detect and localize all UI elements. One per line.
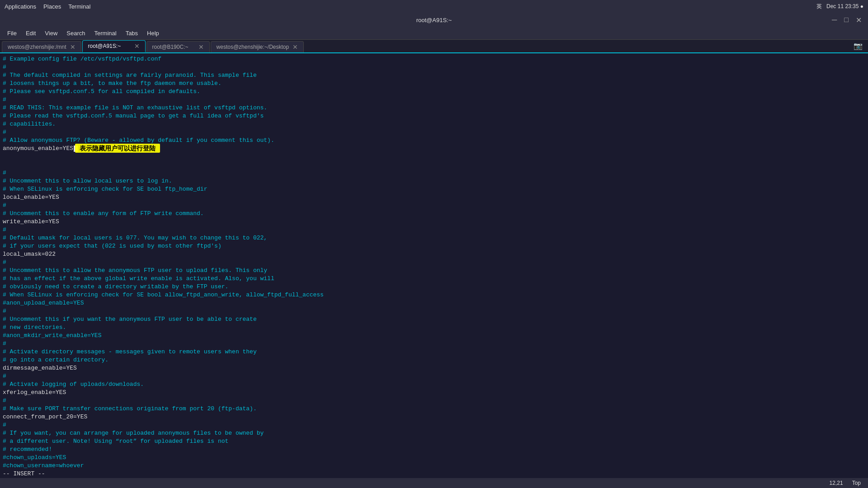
- terminal-content[interactable]: # Example config file /etc/vsftpd/vsftpd…: [0, 53, 868, 478]
- line-anon-upload: #anon_upload_enable=YES: [3, 299, 865, 307]
- terminal-window: root@A91S:~ ─ □ ✕ File Edit View Search …: [0, 13, 868, 488]
- line-25: #: [3, 307, 865, 315]
- line-2: #: [3, 63, 865, 71]
- title-bar: root@A91S:~ ─ □ ✕: [0, 13, 868, 27]
- tab-label-2: root@B190C:~: [152, 44, 189, 50]
- scroll-position: Top: [852, 480, 861, 486]
- annotation-tooltip: 表示隐藏用户可以进行登陆: [75, 144, 160, 153]
- line-15: #: [3, 202, 865, 210]
- tab-close-1[interactable]: ✕: [134, 42, 140, 50]
- line-29: # Activate directory messages - messages…: [3, 348, 865, 356]
- tab-label-0: westos@zhenshijie:/mnt: [8, 44, 66, 50]
- menu-search[interactable]: Search: [63, 29, 89, 38]
- line-33: #: [3, 397, 865, 405]
- system-bar-right: 英 Dec 11 23:35 ●: [816, 3, 863, 10]
- line-13: # Uncomment this to allow local users to…: [3, 177, 865, 185]
- line-10: #: [3, 128, 865, 136]
- cursor-position: 12,21: [830, 480, 843, 486]
- line-5: # Please see vsftpd.conf.5 for all compi…: [3, 88, 865, 96]
- line-23: # obviously need to create a directory w…: [3, 283, 865, 291]
- line-34: # Make sure PORT transfer connections or…: [3, 405, 865, 413]
- line-12: #: [3, 169, 865, 177]
- menu-view[interactable]: View: [41, 29, 61, 38]
- line-insert-mode: -- INSERT --: [3, 470, 865, 478]
- line-19: # if your users expect that (022 is used…: [3, 242, 865, 250]
- status-bar: 12,21 Top: [0, 478, 868, 488]
- line-anon-enable: anonymous_enable=YES 表示隐藏用户可以进行登陆: [3, 145, 865, 169]
- title-bar-controls: ─ □ ✕: [830, 16, 863, 24]
- system-bar: Applications Places Terminal 英 Dec 11 23…: [0, 0, 868, 13]
- menu-help[interactable]: Help: [143, 29, 163, 38]
- line-chown-uploads: #chown_uploads=YES: [3, 454, 865, 462]
- minimize-button[interactable]: ─: [830, 16, 839, 24]
- line-21: # Uncomment this to allow the anonymous …: [3, 267, 865, 275]
- places-menu[interactable]: Places: [43, 3, 61, 10]
- tab-label-3: westos@zhenshijie:~/Desktop: [217, 44, 289, 50]
- tab-close-2[interactable]: ✕: [198, 43, 204, 51]
- tab-bar: westos@zhenshijie:/mnt ✕ root@A91S:~ ✕ r…: [0, 40, 868, 53]
- line-connect-port: connect_from_port_20=YES: [3, 413, 865, 421]
- tab-westos-desktop[interactable]: westos@zhenshijie:~/Desktop ✕: [211, 41, 304, 52]
- line-8: # Please read the vsftpd.conf.5 manual p…: [3, 112, 865, 120]
- line-20: #: [3, 258, 865, 267]
- line-17: #: [3, 226, 865, 234]
- tab-westos-mnt[interactable]: westos@zhenshijie:/mnt ✕: [2, 41, 81, 52]
- line-anon-mkdir: #anon_mkdir_write_enable=YES: [3, 332, 865, 340]
- system-bar-left: Applications Places Terminal: [5, 3, 90, 10]
- line-27: # new directories.: [3, 324, 865, 332]
- line-14: # When SELinux is enforcing check for SE…: [3, 185, 865, 193]
- line-37: # a different user. Note! Using “root” f…: [3, 437, 865, 446]
- tab-close-3[interactable]: ✕: [292, 43, 298, 51]
- line-31: #: [3, 372, 865, 380]
- close-button[interactable]: ✕: [854, 16, 863, 24]
- line-30: # go into a certain directory.: [3, 356, 865, 364]
- line-7: # READ THIS: This example file is NOT an…: [3, 104, 865, 112]
- tab-label-1: root@A91S:~: [88, 43, 121, 49]
- menu-tabs[interactable]: Tabs: [122, 29, 142, 38]
- line-3: # The default compiled in settings are f…: [3, 71, 865, 80]
- applications-menu[interactable]: Applications: [5, 3, 36, 10]
- tab-close-0[interactable]: ✕: [70, 43, 75, 51]
- line-write-enable: write_enable=YES: [3, 218, 865, 226]
- line-26: # Uncomment this if you want the anonymo…: [3, 315, 865, 324]
- line-umask: local_umask=022: [3, 250, 865, 258]
- line-35: #: [3, 421, 865, 429]
- line-dirmessage: dirmessage_enable=YES: [3, 364, 865, 372]
- menu-file[interactable]: File: [4, 29, 20, 38]
- maximize-button[interactable]: □: [842, 16, 850, 24]
- tab-root-a91s[interactable]: root@A91S:~ ✕: [82, 40, 146, 52]
- line-38: # recommended!: [3, 446, 865, 454]
- line-4: # loosens things up a bit, to make the f…: [3, 80, 865, 88]
- window-title: root@A91S:~: [416, 17, 452, 23]
- line-36: # If you want, you can arrange for uploa…: [3, 429, 865, 437]
- camera-button[interactable]: 📷: [850, 40, 866, 52]
- line-24: # When SELinux is enforcing check for SE…: [3, 291, 865, 299]
- line-18: # Default umask for local users is 077. …: [3, 234, 865, 242]
- menu-bar: File Edit View Search Terminal Tabs Help: [0, 27, 868, 40]
- language-indicator: 英: [816, 3, 822, 10]
- line-local-enable: local_enable=YES: [3, 193, 865, 202]
- line-16: # Uncomment this to enable any form of F…: [3, 210, 865, 218]
- tab-root-b190c[interactable]: root@B190C:~ ✕: [146, 41, 210, 52]
- line-32: # Activate logging of uploads/downloads.: [3, 380, 865, 389]
- line-28: #: [3, 340, 865, 348]
- datetime-display: Dec 11 23:35 ●: [826, 3, 863, 9]
- terminal-menu[interactable]: Terminal: [68, 3, 90, 10]
- menu-edit[interactable]: Edit: [22, 29, 39, 38]
- line-1: # Example config file /etc/vsftpd/vsftpd…: [3, 55, 865, 63]
- line-6: #: [3, 96, 865, 104]
- menu-terminal[interactable]: Terminal: [91, 29, 120, 38]
- line-xferlog: xferlog_enable=YES: [3, 389, 865, 397]
- line-22: # has an effect if the above global writ…: [3, 275, 865, 283]
- line-chown-username: #chown_username=whoever: [3, 462, 865, 470]
- line-9: # capabilities.: [3, 120, 865, 128]
